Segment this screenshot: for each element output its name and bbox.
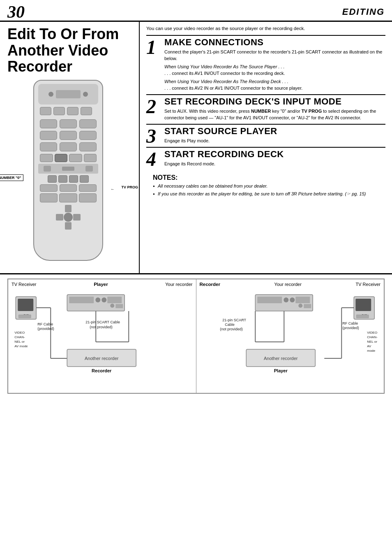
svg-point-30: [284, 297, 288, 302]
diag-left-your-recorder: Your recorder: [165, 282, 192, 287]
svg-point-31: [290, 297, 295, 302]
remote-pause2: [79, 184, 97, 192]
remote-transport: [38, 175, 98, 183]
step-3-heading: START SOURCE PLAYER: [164, 126, 385, 136]
step-3-text: Engage its Play mode.: [164, 138, 385, 144]
step-4: 4 START RECORDING DECK Engage its Record…: [146, 147, 385, 170]
remote-num-3: [79, 119, 97, 128]
remote-num-8: [60, 142, 77, 151]
remote-mid-bar: [62, 167, 74, 171]
svg-text:AV: AV: [367, 344, 371, 348]
svg-text:mode: mode: [367, 349, 376, 353]
step-1-heading: MAKE CONNECTIONS: [164, 37, 385, 47]
step-2-heading: SET RECORDING DECK'S INPUT MODE: [164, 97, 385, 107]
diag-right-recorder-label: Recorder: [200, 282, 221, 287]
remote-num-2: [60, 119, 77, 128]
note-1: All necessary cables can be obtained fro…: [153, 183, 379, 189]
number-label: NUMBER "0": [0, 174, 23, 181]
tvprog-arrow: ←: [111, 187, 115, 191]
step-1-number: 1: [146, 36, 162, 57]
step-1-sub1-italic: When Using Your Video Recorder As The So…: [164, 64, 385, 70]
notes-section: NOTES: All necessary cables can be obtai…: [146, 170, 385, 202]
svg-text:Another recorder: Another recorder: [263, 356, 297, 361]
diag-right-tv-label: TV Receiver: [355, 282, 380, 287]
step-2: 2 SET RECORDING DECK'S INPUT MODE Set to…: [146, 94, 385, 124]
remote-pause: [60, 184, 77, 192]
remote-btn-4: [81, 107, 92, 115]
right-column: You can use your video recorder as the s…: [140, 22, 392, 273]
svg-text:NEL or: NEL or: [367, 340, 377, 344]
remote-bottom-3: [79, 193, 97, 202]
step-1-sub1-text: . . . connect its AV1 IN/OUT connector t…: [164, 70, 385, 77]
remote-row-4: [40, 154, 97, 162]
svg-text:NEL or: NEL or: [14, 340, 25, 344]
remote-display: [56, 90, 81, 98]
svg-text:CHAN-: CHAN-: [367, 335, 378, 339]
remote-illustration: NUMBER "0" → TV PROG ←: [25, 80, 115, 269]
step-4-content: START RECORDING DECK Engage its Record m…: [162, 148, 385, 170]
svg-text:Player: Player: [274, 368, 288, 373]
remote-btn-3: [67, 107, 78, 115]
nav-down: [65, 222, 71, 230]
diagram-left: TV Receiver Player Your recorder JVC: [8, 279, 196, 393]
svg-text:(provided): (provided): [37, 327, 54, 331]
svg-rect-10: [115, 304, 123, 308]
svg-text:Another recorder: Another recorder: [85, 356, 119, 361]
remote-rec: [80, 175, 89, 183]
remote-num-9: [79, 142, 97, 151]
remote-row-btn-3: [69, 154, 82, 162]
svg-text:AV mode: AV mode: [14, 344, 28, 348]
svg-rect-29: [257, 297, 282, 303]
left-column: Edit To Or From Another Video Recorder N…: [0, 22, 140, 273]
svg-rect-36: [355, 299, 371, 311]
diagram-right-svg: JVC Another recorder RF Cable (provided)…: [200, 288, 381, 375]
remote-btn-2: [53, 107, 65, 115]
svg-text:Recorder: Recorder: [92, 368, 112, 373]
remote-bottom-2: [59, 193, 77, 202]
svg-text:RF Cable: RF Cable: [37, 322, 53, 326]
svg-text:VIDEO: VIDEO: [14, 331, 25, 334]
remote-nav-cross: [56, 205, 81, 230]
svg-text:Cable: Cable: [225, 323, 235, 327]
remote-spause-row: [40, 184, 97, 192]
svg-rect-8: [107, 297, 122, 303]
step-2-text: Set to AUX. With this video recorder, pr…: [164, 108, 385, 121]
diagram-left-svg: JVC Another recorder RF Cable: [12, 288, 193, 375]
svg-text:VIDEO: VIDEO: [367, 331, 377, 334]
diagram-right: Recorder Your recorder TV Receiver JVC: [196, 279, 384, 393]
remote-num-6: [79, 131, 97, 140]
step-1: 1 MAKE CONNECTIONS Connect the player's …: [146, 35, 385, 94]
remote-row-btn-0: [55, 154, 68, 162]
remote-led-2: [83, 92, 88, 97]
diag-right-header: Recorder Your recorder TV Receiver: [200, 282, 381, 287]
step-1-text: Connect the player's 21-pin SCART connec…: [164, 49, 385, 62]
remote-stop: [40, 184, 58, 192]
nav-center: [64, 213, 73, 222]
remote-num-1: [40, 119, 57, 128]
svg-point-33: [298, 304, 302, 308]
nav-up: [65, 205, 71, 212]
step-2-content: SET RECORDING DECK'S INPUT MODE Set to A…: [162, 95, 385, 124]
svg-point-9: [110, 304, 114, 308]
remote-mid-2: [85, 166, 93, 172]
remote-ff: [69, 175, 78, 183]
step-1-sub2-italic: When Using Your Video Recorder As The Re…: [164, 79, 385, 85]
remote-number-grid: [40, 119, 97, 151]
remote-body: [33, 80, 103, 261]
diag-left-header: TV Receiver Player Your recorder: [12, 282, 193, 287]
remote-bottom-row: [40, 193, 97, 202]
nav-left: [56, 214, 63, 221]
page-heading: Edit To Or From Another Video Recorder: [7, 26, 133, 75]
svg-text:21-pin SCART: 21-pin SCART: [222, 318, 246, 322]
remote-rew: [48, 175, 57, 183]
notes-list: All necessary cables can be obtained fro…: [153, 183, 379, 197]
svg-rect-5: [69, 297, 94, 303]
step-2-number: 2: [146, 95, 162, 116]
remote-btn-1: [40, 107, 51, 115]
remote-play: [58, 175, 67, 183]
intro-text: You can use your video recorder as the s…: [146, 25, 385, 32]
diag-left-player-label: Player: [94, 282, 108, 287]
svg-text:CHAN-: CHAN-: [14, 335, 25, 339]
step-1-sub2-text: . . . connect its AV2 IN or AV1 IN/OUT c…: [164, 85, 385, 92]
svg-rect-34: [304, 304, 311, 308]
